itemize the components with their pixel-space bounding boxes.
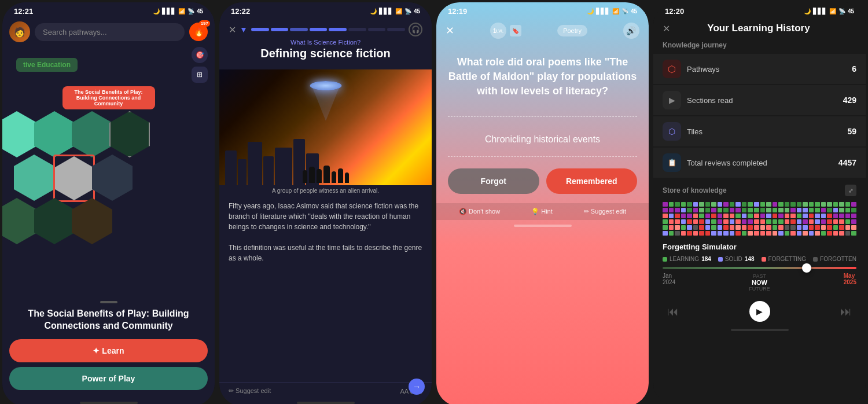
hex-6[interactable]: [92, 155, 133, 201]
grid-cell: [735, 225, 741, 230]
hex-8[interactable]: [34, 198, 75, 244]
grid-cell: [735, 202, 741, 207]
grid-cell: [778, 225, 784, 230]
grid-cell: [742, 208, 747, 212]
hex-3[interactable]: [72, 111, 112, 157]
grid-cell: [742, 214, 747, 218]
home-indicator-4: [731, 329, 789, 331]
learn-button[interactable]: ✦ Learn: [9, 339, 208, 362]
suggest-edit-button-3[interactable]: ✏ Suggest edit: [584, 208, 626, 215]
hex-5[interactable]: [14, 155, 54, 201]
grid-icon[interactable]: ⊞: [192, 67, 208, 83]
grid-cell: [675, 202, 680, 207]
hex-9[interactable]: [72, 198, 112, 244]
grid-cell: [669, 231, 674, 236]
speaker-icon[interactable]: 🔊: [623, 23, 639, 39]
time-1: 12:21: [14, 7, 33, 16]
hint-button[interactable]: 💡 Hint: [531, 208, 553, 215]
remembered-button[interactable]: Remembered: [546, 168, 638, 194]
grid-cell: [833, 208, 838, 212]
suggest-edit-button[interactable]: ✏ Suggest edit: [229, 387, 271, 395]
grid-cell: [699, 231, 704, 236]
grid-cell: [803, 214, 808, 218]
expand-icon[interactable]: ⤢: [845, 185, 856, 196]
legend-forgetting: FORGETTING: [762, 256, 807, 262]
grid-cell: [663, 214, 668, 218]
dont-show-button[interactable]: 🔇 Don't show: [459, 208, 500, 215]
grid-cell: [723, 225, 729, 230]
next-arrow[interactable]: →: [409, 379, 425, 395]
hex-7[interactable]: [2, 198, 37, 244]
skip-back-icon[interactable]: ⏮: [667, 305, 679, 318]
time-4: 12:20: [665, 7, 684, 16]
hex-4[interactable]: [109, 111, 150, 157]
search-input[interactable]: Search pathways...: [35, 23, 185, 41]
grid-cell: [773, 231, 778, 236]
grid-cell: [663, 225, 668, 230]
grid-cell: [711, 208, 716, 212]
grid-cell: [754, 202, 759, 207]
bookmark-icon[interactable]: 🔖: [510, 25, 521, 36]
forgot-button[interactable]: Forgot: [448, 168, 539, 194]
grid-cell: [821, 231, 826, 236]
fire-icon[interactable]: 🔥 197: [189, 23, 208, 41]
hex-1[interactable]: [2, 111, 37, 157]
grid-cell: [723, 208, 729, 212]
hex-2[interactable]: [34, 111, 75, 157]
grid-cell: [803, 219, 808, 224]
grid-cell: [675, 208, 680, 212]
play-button[interactable]: ▶: [749, 301, 770, 322]
quiz-question: What role did oral poems like "The Battl…: [436, 43, 649, 116]
grid-cell: [845, 231, 851, 236]
grid-cell: [735, 208, 741, 212]
hex-grid-area: The Social Benefits of Play: Building Co…: [2, 85, 215, 296]
quiz-divider-1: [448, 116, 637, 117]
quiz-close-button[interactable]: ✕: [446, 24, 454, 37]
time-2: 12:22: [231, 7, 250, 16]
stat-row-tiles: ⬡ Tiles 59: [653, 116, 866, 146]
grid-cell: [663, 231, 668, 236]
grid-cell: [821, 214, 826, 218]
grid-cell: [845, 225, 851, 230]
grid-cell: [735, 219, 741, 224]
avatar[interactable]: 🧑: [9, 21, 30, 42]
grid-cell: [730, 202, 735, 207]
grid-cell: [797, 231, 802, 236]
grid-cell: [748, 225, 753, 230]
grid-cell: [760, 214, 766, 218]
battery-2: 45: [414, 8, 420, 14]
headphone-icon[interactable]: 🎧: [409, 23, 422, 36]
pathways-label: Pathways: [687, 65, 846, 74]
grid-cell: [766, 231, 771, 236]
grid-cell: [705, 225, 711, 230]
close-button-2[interactable]: ✕: [229, 24, 236, 35]
grid-cell: [760, 231, 766, 236]
timeline-thumb[interactable]: [802, 263, 811, 273]
grid-cell: [790, 231, 796, 236]
level-badge: 1 LVL: [490, 23, 506, 39]
grid-cell: [803, 231, 808, 236]
phone-2: 12:22 🌙 ▋▋▋ 📶 📡 45 ✕ ▼: [219, 2, 432, 404]
grid-cell: [748, 202, 753, 207]
hex-selected[interactable]: [53, 155, 95, 202]
body-paragraph-2: This definition was useful at the time f…: [229, 243, 422, 263]
close-button-4[interactable]: ✕: [663, 23, 670, 34]
grid-cell: [718, 208, 723, 212]
filter-icon[interactable]: 🎯: [192, 47, 208, 63]
power-button[interactable]: Power of Play: [9, 367, 208, 390]
grid-cell: [675, 231, 680, 236]
grid-cell: [815, 219, 820, 224]
grid-cell: [839, 208, 844, 212]
skip-forward-icon[interactable]: ⏭: [840, 305, 852, 318]
image-caption: A group of people witness an alien arriv…: [219, 185, 432, 196]
reviews-label: Total reviews completed: [687, 159, 833, 167]
timeline-bar[interactable]: [663, 267, 856, 269]
grid-cell: [773, 202, 778, 207]
grid-cell: [723, 231, 729, 236]
stat-row-pathways: ⬡ Pathways 6: [653, 54, 866, 84]
grid-cell: [839, 225, 844, 230]
media-controls: ⏮ ▶ ⏭: [653, 296, 866, 326]
grid-cell: [797, 219, 802, 224]
grid-cell: [851, 231, 856, 236]
grid-cell: [809, 202, 814, 207]
